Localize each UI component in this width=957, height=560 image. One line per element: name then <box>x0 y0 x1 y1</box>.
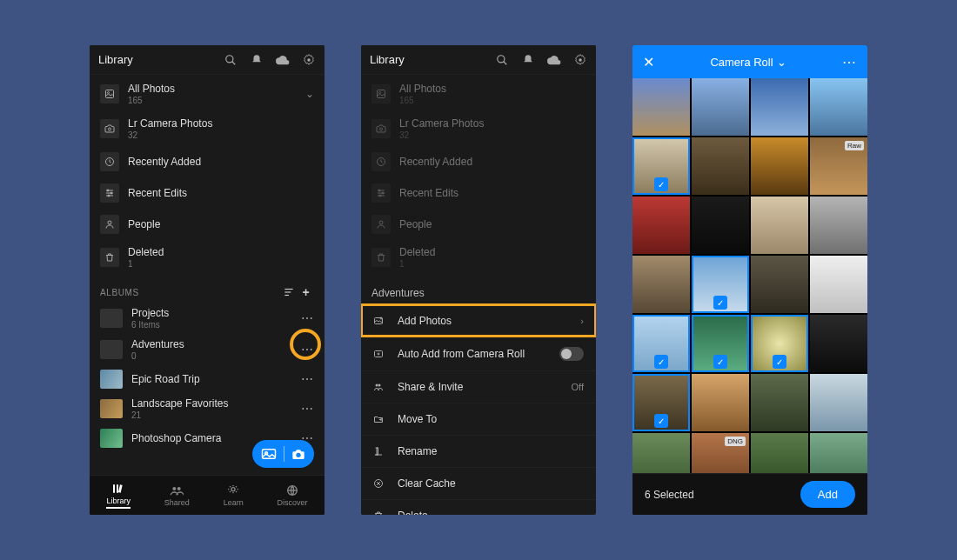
photo-thumbnail[interactable] <box>751 78 808 136</box>
photo-thumbnail[interactable] <box>632 256 690 313</box>
toggle[interactable] <box>559 347 584 361</box>
tab-shared[interactable]: Shared <box>164 484 190 507</box>
menu-clear-cache[interactable]: Clear Cache <box>361 467 596 499</box>
menu-rename[interactable]: Rename <box>361 435 596 467</box>
photo-thumbnail[interactable]: ✓ <box>692 315 749 372</box>
tab-label: Shared <box>164 498 190 507</box>
sliders-icon <box>100 183 119 203</box>
library-item-camera[interactable]: Lr Camera Photos32 <box>90 111 325 146</box>
photo-thumbnail[interactable] <box>692 78 749 136</box>
menu-label: Add Photos <box>398 315 452 327</box>
menu-auto-add-from-camera-roll[interactable]: Auto Add from Camera Roll <box>361 337 596 370</box>
cloud-icon[interactable] <box>547 53 561 67</box>
search-icon[interactable] <box>224 53 238 67</box>
page-title[interactable]: Camera Roll ⌄ <box>654 56 842 69</box>
photo-thumbnail[interactable] <box>632 78 690 136</box>
shared-icon <box>170 484 184 497</box>
selected-badge: ✓ <box>773 355 786 369</box>
gear-icon[interactable] <box>573 53 587 67</box>
photo-thumbnail[interactable] <box>632 197 690 254</box>
close-icon[interactable]: ✕ <box>643 54 654 70</box>
selected-badge: ✓ <box>654 177 668 191</box>
album-item[interactable]: Projects6 Items⋯ <box>90 303 325 334</box>
photo-thumbnail[interactable] <box>751 137 808 195</box>
sort-icon[interactable] <box>283 286 298 298</box>
tab-discover[interactable]: Discover <box>278 484 308 507</box>
fab-add[interactable] <box>252 440 314 468</box>
item-count: 32 <box>128 130 212 140</box>
phone-library: Library All Photos165⌄Lr Camera Photos32… <box>90 45 325 515</box>
search-icon[interactable] <box>495 53 509 67</box>
photo-thumbnail[interactable] <box>810 374 867 431</box>
album-label: Projects <box>131 307 169 319</box>
library-item-sliders[interactable]: Recent Edits <box>90 177 325 209</box>
clear-icon <box>373 478 387 489</box>
cloud-icon[interactable] <box>276 53 290 67</box>
menu-delete[interactable]: Delete <box>361 499 596 515</box>
more-icon[interactable]: ⋯ <box>842 54 857 70</box>
photo-thumbnail[interactable]: ✓ <box>632 315 690 372</box>
menu-add-photos[interactable]: Add Photos› <box>361 304 596 337</box>
library-item-gallery[interactable]: All Photos165⌄ <box>90 77 325 111</box>
menu-label: Delete <box>398 510 428 515</box>
photo-thumbnail[interactable]: ✓ <box>632 137 690 195</box>
more-icon[interactable]: ⋯ <box>301 311 314 325</box>
svg-point-13 <box>108 221 111 224</box>
auto-add-icon <box>373 349 387 359</box>
add-album-icon[interactable]: + <box>298 285 314 299</box>
tab-learn[interactable]: Learn <box>224 484 244 507</box>
photo-thumbnail[interactable] <box>692 137 749 195</box>
photo-thumbnail[interactable]: ✓ <box>632 374 690 431</box>
item-count: 165 <box>128 96 175 105</box>
album-item[interactable]: Landscape Favorites21⋯ <box>90 393 325 424</box>
bell-icon[interactable] <box>250 53 264 67</box>
photo-thumbnail[interactable] <box>751 256 808 313</box>
photo-thumbnail[interactable]: ✓ <box>692 256 749 313</box>
photo-thumbnail[interactable] <box>810 315 867 372</box>
menu-label: Clear Cache <box>398 477 456 490</box>
album-label: Adventures <box>131 338 184 350</box>
move-icon <box>373 414 387 424</box>
photo-thumbnail[interactable] <box>751 197 808 254</box>
trash-icon <box>373 510 387 515</box>
menu-move-to[interactable]: Move To <box>361 403 596 435</box>
library-item-clock[interactable]: Recently Added <box>90 146 325 177</box>
gear-icon[interactable] <box>302 53 316 67</box>
svg-point-5 <box>109 128 111 130</box>
photo-thumbnail[interactable] <box>692 374 749 431</box>
tab-library[interactable]: Library <box>106 483 130 509</box>
photo-thumbnail[interactable] <box>692 197 749 254</box>
album-item[interactable]: Adventures0⋯ <box>90 334 325 365</box>
album-count: 6 Items <box>131 320 169 330</box>
library-item-trash[interactable]: Deleted1 <box>90 240 325 275</box>
album-item[interactable]: Epic Road Trip⋯ <box>90 365 325 393</box>
library-list: All Photos165⌄Lr Camera Photos32Recently… <box>90 75 325 277</box>
menu-share-invite[interactable]: Share & InviteOff <box>361 370 596 403</box>
trash-icon <box>100 248 119 267</box>
more-icon[interactable]: ⋯ <box>301 343 314 357</box>
camera-icon <box>371 119 391 138</box>
item-label: Recent Edits <box>128 187 187 199</box>
photo-thumbnail[interactable] <box>810 78 867 136</box>
photo-thumbnail[interactable]: ✓ <box>751 315 808 372</box>
svg-point-22 <box>231 487 235 490</box>
photo-thumbnail[interactable]: Raw <box>810 137 867 195</box>
library-item-dimmed: Recent Edits <box>361 177 596 209</box>
item-label: Deleted <box>128 246 164 258</box>
add-button[interactable]: Add <box>800 481 855 508</box>
photo-thumbnail[interactable] <box>751 374 808 431</box>
share-icon <box>373 382 387 392</box>
more-icon[interactable]: ⋯ <box>301 372 314 386</box>
bell-icon[interactable] <box>521 53 535 67</box>
menu-trailing: › <box>580 316 584 326</box>
selection-count: 6 Selected <box>645 489 800 501</box>
photo-thumbnail[interactable] <box>810 256 867 313</box>
photo-thumbnail[interactable] <box>810 197 867 254</box>
library-item-person[interactable]: People <box>90 209 325 240</box>
photo-grid: ✓Raw✓✓✓✓✓DNG <box>632 78 867 490</box>
more-icon[interactable]: ⋯ <box>301 402 314 416</box>
svg-point-40 <box>376 384 378 387</box>
albums-list: Projects6 Items⋯Adventures0⋯Epic Road Tr… <box>90 303 325 452</box>
camera-icon <box>291 448 305 460</box>
library-list-dimmed: All Photos165Lr Camera Photos32Recently … <box>361 75 596 277</box>
